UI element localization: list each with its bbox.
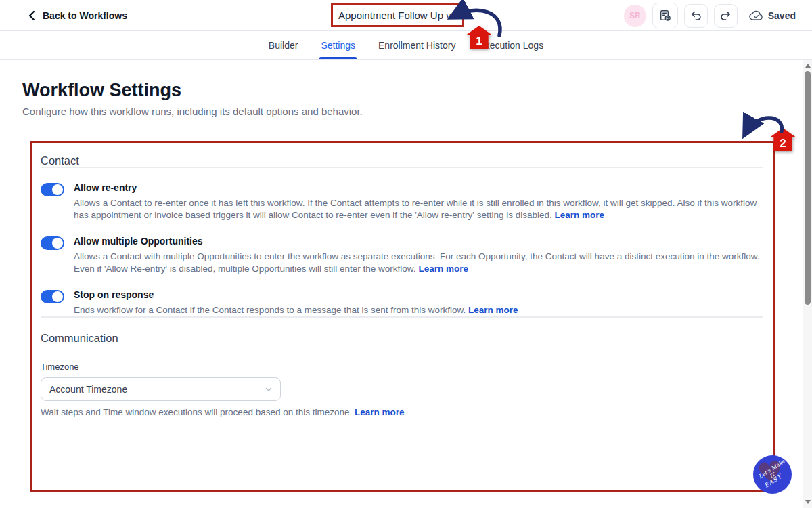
timezone-label: Timezone (41, 362, 763, 372)
page-subtitle: Configure how this workflow runs, includ… (22, 106, 363, 117)
header-actions: SR S (624, 0, 796, 31)
setting-text: Allow multiple Opportunities Allows a Co… (74, 236, 763, 275)
allow-reentry-toggle[interactable] (41, 183, 64, 196)
setting-label: Stop on response (74, 289, 763, 300)
redo-icon (719, 9, 732, 22)
timezone-help: Wait steps and Time window executions wi… (41, 407, 763, 417)
scrollbar-up-arrow-icon[interactable] (805, 64, 811, 68)
workflow-title-annotation-box: Appointment Follow Up v2 (331, 3, 464, 27)
setting-label: Allow multiple Opportunities (74, 236, 763, 247)
back-label: Back to Workflows (43, 10, 127, 21)
lets-make-it-easy-watermark: ♥ Let's Make IT EASY (753, 455, 792, 494)
setting-description: Allows a Contact with multiple Opportuni… (74, 251, 763, 275)
chevron-down-icon (265, 385, 273, 394)
settings-page: Workflow Settings Configure how this wor… (0, 60, 803, 508)
saved-label: Saved (768, 10, 796, 21)
timezone-select[interactable]: Account Timezone (41, 377, 281, 401)
document-history-icon (658, 9, 672, 22)
chevron-left-icon (27, 10, 37, 21)
setting-row-stop-on-response: Stop on response Ends workflow for a Con… (41, 289, 763, 316)
setting-row-allow-reentry: Allow re-entry Allows a Contact to re-en… (41, 182, 763, 221)
divider (41, 167, 763, 168)
vertical-scrollbar[interactable] (803, 60, 812, 508)
timezone-value: Account Timezone (49, 384, 127, 395)
workflow-title[interactable]: Appointment Follow Up v2 (338, 9, 457, 21)
tab-enrollment-history[interactable]: Enrollment History (377, 31, 457, 59)
timezone-help-text: Wait steps and Time window executions wi… (41, 407, 352, 417)
workflow-tab-bar: Builder Settings Enrollment History Exec… (0, 31, 812, 60)
setting-text: Allow re-entry Allows a Contact to re-en… (74, 182, 763, 221)
settings-card: Contact Allow re-entry Allows a Contact … (32, 143, 773, 490)
tab-settings[interactable]: Settings (319, 31, 357, 59)
undo-button[interactable] (684, 4, 708, 28)
scrollbar-down-arrow-icon[interactable] (805, 500, 811, 504)
toggle-knob (52, 184, 63, 195)
top-header: Back to Workflows Appointment Follow Up … (0, 0, 812, 31)
toggle-knob (52, 291, 63, 302)
learn-more-link[interactable]: Learn more (468, 305, 518, 315)
undo-icon (690, 9, 702, 22)
saved-status: Saved (749, 10, 796, 21)
setting-description-text: Ends workflow for a Contact if the Conta… (74, 305, 466, 315)
setting-description: Allows a Contact to re-enter once it has… (74, 197, 763, 221)
tab-execution-logs[interactable]: Execution Logs (477, 31, 545, 59)
setting-text: Stop on response Ends workflow for a Con… (74, 289, 763, 316)
learn-more-link[interactable]: Learn more (555, 210, 605, 220)
avatar[interactable]: SR (624, 5, 646, 27)
setting-description-text: Allows a Contact with multiple Opportuni… (74, 251, 760, 274)
learn-more-link[interactable]: Learn more (355, 407, 405, 417)
settings-card-annotation-box: Contact Allow re-entry Allows a Contact … (30, 141, 775, 492)
learn-more-link[interactable]: Learn more (418, 263, 468, 274)
stop-on-response-toggle[interactable] (41, 290, 64, 303)
versions-button[interactable] (652, 3, 678, 28)
redo-button[interactable] (714, 4, 738, 28)
setting-row-multiple-opportunities: Allow multiple Opportunities Allows a Co… (41, 236, 763, 275)
communication-section-title: Communication (41, 332, 763, 345)
setting-description: Ends workflow for a Contact if the Conta… (74, 304, 763, 316)
divider (41, 317, 763, 318)
cloud-check-icon (749, 10, 763, 21)
back-to-workflows-button[interactable]: Back to Workflows (27, 0, 127, 31)
page-title: Workflow Settings (22, 80, 181, 101)
multiple-opportunities-toggle[interactable] (41, 236, 64, 250)
scrollbar-thumb[interactable] (805, 71, 811, 305)
setting-label: Allow re-entry (74, 182, 763, 193)
divider (41, 345, 763, 345)
contact-section-title: Contact (41, 154, 763, 167)
toggle-knob (52, 238, 63, 249)
setting-description-text: Allows a Contact to re-enter once it has… (74, 198, 757, 220)
tab-builder[interactable]: Builder (267, 31, 300, 59)
